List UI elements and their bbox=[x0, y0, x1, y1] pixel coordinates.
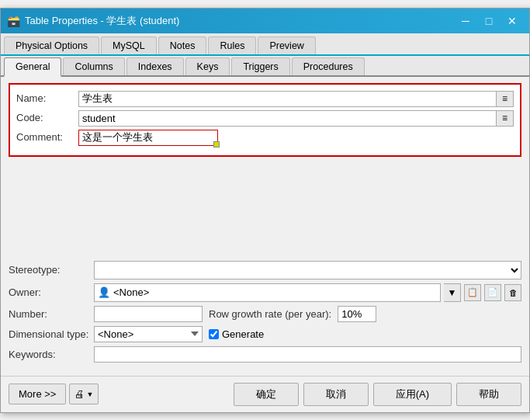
tab-physical-options[interactable]: Physical Options bbox=[4, 36, 99, 54]
stereotype-select[interactable] bbox=[94, 261, 521, 279]
number-row: Number: Row growth rate (per year): bbox=[9, 306, 521, 322]
help-button[interactable]: 帮助 bbox=[456, 383, 521, 406]
print-button[interactable]: 🖨 ▼ bbox=[69, 384, 99, 404]
window-title: Table Properties - 学生表 (student) bbox=[25, 14, 179, 28]
main-window: 🗃️ Table Properties - 学生表 (student) ─ □ … bbox=[0, 8, 530, 413]
name-label: Name: bbox=[16, 91, 78, 104]
cancel-button[interactable]: 取消 bbox=[303, 383, 369, 406]
tabs-row1: Physical Options MySQL Notes Rules Previ… bbox=[1, 33, 529, 56]
owner-value: <None> bbox=[113, 286, 149, 298]
comment-input[interactable] bbox=[78, 130, 218, 146]
comment-indicator bbox=[213, 141, 220, 148]
owner-label: Owner: bbox=[9, 286, 94, 298]
owner-controls: 👤 <None> ▼ 📋 📄 🗑 bbox=[94, 283, 521, 302]
dim-type-select[interactable]: <None> bbox=[94, 326, 203, 342]
minimize-button[interactable]: ─ bbox=[455, 13, 476, 29]
stereotype-row: Stereotype: bbox=[9, 261, 521, 279]
code-label: Code: bbox=[16, 110, 78, 123]
code-input[interactable] bbox=[78, 110, 497, 127]
generate-checkbox[interactable] bbox=[209, 329, 219, 339]
owner-browse-btn1[interactable]: 📋 bbox=[464, 284, 481, 301]
keywords-label: Keywords: bbox=[9, 349, 94, 360]
keywords-input[interactable] bbox=[94, 346, 521, 363]
tab-triggers[interactable]: Triggers bbox=[231, 57, 289, 75]
close-button[interactable]: ✕ bbox=[501, 13, 523, 29]
name-input[interactable] bbox=[78, 91, 497, 107]
comment-row: Comment: bbox=[16, 130, 514, 146]
print-btn-wrap: 🖨 ▼ bbox=[69, 384, 99, 404]
print-icon: 🖨 bbox=[74, 388, 85, 400]
confirm-button[interactable]: 确定 bbox=[234, 383, 299, 406]
owner-select-display[interactable]: 👤 <None> bbox=[94, 283, 441, 302]
tab-keys[interactable]: Keys bbox=[185, 57, 230, 75]
tab-preview[interactable]: Preview bbox=[258, 36, 315, 54]
apply-button[interactable]: 应用(A) bbox=[373, 383, 452, 406]
keywords-row: Keywords: bbox=[9, 346, 521, 363]
generate-checkbox-label[interactable]: Generate bbox=[209, 328, 264, 340]
tab-procedures[interactable]: Procedures bbox=[292, 57, 365, 75]
owner-icon: 👤 bbox=[98, 286, 110, 298]
footer-main-btns: 确定 取消 应用(A) 帮助 bbox=[234, 383, 521, 406]
tab-general[interactable]: General bbox=[4, 57, 61, 77]
code-row: Code: ≡ bbox=[16, 110, 514, 127]
dim-controls: <None> Generate bbox=[94, 326, 264, 342]
dim-type-label: Dimensional type: bbox=[9, 328, 94, 340]
dim-type-row: Dimensional type: <None> Generate bbox=[9, 326, 521, 342]
number-label: Number: bbox=[9, 308, 94, 320]
stereotype-label: Stereotype: bbox=[9, 264, 94, 276]
owner-browse-btn2[interactable]: 📄 bbox=[484, 284, 501, 301]
tab-indexes[interactable]: Indexes bbox=[126, 57, 184, 75]
generate-label: Generate bbox=[222, 328, 264, 340]
name-field-wrap: ≡ bbox=[78, 91, 514, 107]
name-row: Name: ≡ bbox=[16, 91, 514, 107]
print-dropdown-arrow: ▼ bbox=[86, 390, 93, 398]
spacer-area bbox=[9, 165, 521, 258]
window-icon: 🗃️ bbox=[7, 15, 20, 27]
code-dots-button[interactable]: ≡ bbox=[497, 110, 514, 127]
title-bar-left: 🗃️ Table Properties - 学生表 (student) bbox=[7, 14, 179, 28]
footer-left: More >> 🖨 ▼ bbox=[9, 384, 99, 404]
maximize-button[interactable]: □ bbox=[478, 13, 500, 29]
row-growth-input[interactable] bbox=[338, 306, 376, 322]
tab-notes[interactable]: Notes bbox=[158, 36, 207, 54]
main-form-section: Name: ≡ Code: ≡ Comment: bbox=[9, 83, 521, 157]
owner-dropdown-btn[interactable]: ▼ bbox=[444, 283, 461, 302]
tab-columns[interactable]: Columns bbox=[63, 57, 124, 75]
comment-field-wrap bbox=[78, 130, 218, 146]
code-field-wrap: ≡ bbox=[78, 110, 514, 127]
tab-mysql[interactable]: MySQL bbox=[101, 36, 157, 54]
number-controls: Row growth rate (per year): bbox=[94, 306, 376, 322]
owner-clear-btn[interactable]: 🗑 bbox=[504, 284, 521, 301]
footer: More >> 🖨 ▼ 确定 取消 应用(A) 帮助 bbox=[1, 376, 529, 412]
more-button[interactable]: More >> bbox=[9, 384, 66, 404]
title-bar-controls: ─ □ ✕ bbox=[455, 13, 523, 29]
bottom-form: Stereotype: Owner: 👤 <None> ▼ 📋 📄 🗑 bbox=[9, 258, 521, 370]
tab-rules[interactable]: Rules bbox=[208, 36, 256, 54]
content-area: Name: ≡ Code: ≡ Comment: bbox=[1, 77, 529, 376]
tabs-row2: General Columns Indexes Keys Triggers Pr… bbox=[1, 56, 529, 77]
row-growth-label: Row growth rate (per year): bbox=[209, 308, 331, 320]
number-input[interactable] bbox=[94, 306, 203, 322]
owner-row: Owner: 👤 <None> ▼ 📋 📄 🗑 bbox=[9, 283, 521, 302]
comment-label: Comment: bbox=[16, 130, 78, 143]
name-dots-button[interactable]: ≡ bbox=[497, 91, 514, 107]
title-bar: 🗃️ Table Properties - 学生表 (student) ─ □ … bbox=[1, 9, 529, 33]
